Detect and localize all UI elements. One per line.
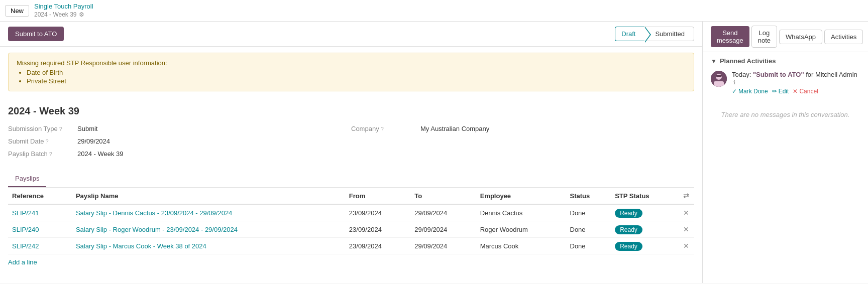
cell-employee: Roger Woodrum [476, 221, 566, 238]
checkmark-icon: ✓ [732, 88, 737, 95]
activity-title-row: Today: "Submit to ATO" for Mitchell Admi… [732, 71, 860, 86]
mark-done-action[interactable]: ✓ Mark Done [732, 88, 768, 95]
col-from: From [345, 188, 410, 204]
breadcrumb-main-link[interactable]: Single Touch Payroll [34, 3, 93, 11]
edit-label: Edit [779, 88, 789, 95]
warning-item-1: Date of Birth [27, 69, 686, 76]
avatar [711, 71, 727, 87]
activity-title-suffix: for Mitchell Admin [806, 71, 857, 78]
submit-ato-button[interactable]: Submit to ATO [8, 27, 64, 41]
svg-rect-2 [714, 81, 724, 87]
cell-payslip-name[interactable]: Salary Slip - Marcus Cook - Week 38 of 2… [72, 238, 345, 254]
svg-rect-5 [716, 75, 722, 77]
cell-reference[interactable]: SLIP/240 [8, 221, 72, 238]
activity-actions: ✓ Mark Done ✏ Edit ✕ Cancel [732, 88, 860, 95]
cell-to: 29/09/2024 [410, 221, 476, 238]
col-payslip-name: Payslip Name [72, 188, 345, 204]
payslip-batch-label: Payslip Batch ? [8, 150, 73, 158]
col-adjust: ⇄ [679, 188, 694, 204]
whatsapp-button[interactable]: WhatsApp [779, 30, 822, 44]
company-help-icon: ? [381, 126, 384, 132]
submit-date-value: 29/09/2024 [77, 137, 110, 145]
submit-date-row: Submit Date ? 29/09/2024 [8, 137, 351, 145]
col-stp-status: STP Status [611, 188, 679, 204]
payslip-batch-value: 2024 - Week 39 [77, 150, 124, 158]
payslip-batch-row: Payslip Batch ? 2024 - Week 39 [8, 150, 351, 158]
status-submitted-label: Submitted [655, 30, 685, 38]
cell-stp-status: Ready [611, 238, 679, 254]
submission-type-value: Submit [77, 125, 97, 132]
cancel-icon: ✕ [793, 88, 798, 95]
log-note-button[interactable]: Log note [751, 26, 777, 48]
table-row: SLIP/241 Salary Slip - Dennis Cactus - 2… [8, 204, 694, 221]
cell-stp-status: Ready [611, 221, 679, 238]
table-container: Reference Payslip Name From To Employee … [8, 188, 694, 270]
table-row: SLIP/240 Salary Slip - Roger Woodrum - 2… [8, 221, 694, 238]
cell-to: 29/09/2024 [410, 238, 476, 254]
submission-type-label: Submission Type ? [8, 125, 73, 132]
activity-item: Today: "Submit to ATO" for Mitchell Admi… [711, 71, 860, 95]
cell-reference[interactable]: SLIP/241 [8, 204, 72, 221]
send-message-button[interactable]: Send message [711, 26, 749, 47]
warning-box: Missing required STP Responsible user in… [8, 53, 694, 91]
status-submitted[interactable]: Submitted [644, 27, 694, 41]
cell-remove[interactable]: ✕ [679, 238, 694, 254]
add-line-link[interactable]: Add a line [8, 254, 37, 270]
status-pipeline: Draft Submitted [615, 27, 694, 41]
no-messages: There are no messages in this conversati… [711, 101, 860, 128]
form-fields: Submission Type ? Submit Submit Date ? 2… [8, 125, 694, 163]
action-bar: Submit to ATO Draft Submitted [0, 22, 702, 47]
activity-title-prefix: "Submit to ATO" [753, 71, 804, 78]
edit-icon: ✏ [772, 88, 777, 95]
status-draft[interactable]: Draft [615, 27, 644, 41]
payslip-batch-help-icon: ? [49, 151, 52, 157]
top-bar: New Single Touch Payroll 2024 - Week 39 … [0, 0, 868, 22]
col-employee: Employee [476, 188, 566, 204]
remove-icon[interactable]: ✕ [683, 225, 689, 233]
breadcrumb: Single Touch Payroll 2024 - Week 39 ⚙ [34, 3, 93, 19]
submission-type-row: Submission Type ? Submit [8, 125, 351, 132]
cell-from: 23/09/2024 [345, 221, 410, 238]
warning-title: Missing required STP Responsible user in… [17, 59, 167, 67]
company-label: Company ? [351, 125, 416, 132]
cell-remove[interactable]: ✕ [679, 204, 694, 221]
warning-item-2: Private Street [27, 77, 686, 85]
activity-content: Today: "Submit to ATO" for Mitchell Admi… [732, 71, 860, 95]
chatter-actions-bar: Send message Log note WhatsApp Activitie… [703, 22, 868, 52]
info-icon: ℹ [733, 79, 735, 85]
cell-status: Done [566, 238, 611, 254]
cell-employee: Marcus Cook [476, 238, 566, 254]
new-button[interactable]: New [5, 5, 29, 17]
col-to: To [410, 188, 476, 204]
company-value: My Australian Company [420, 125, 489, 132]
tabs-bar: Payslips [8, 171, 694, 188]
planned-activities-header: ▼ Planned Activities [711, 57, 860, 65]
tab-payslips[interactable]: Payslips [8, 171, 46, 187]
remove-icon[interactable]: ✕ [683, 242, 689, 250]
gear-icon[interactable]: ⚙ [79, 11, 84, 19]
cancel-label: Cancel [799, 88, 818, 95]
remove-icon[interactable]: ✕ [683, 209, 689, 217]
cell-payslip-name[interactable]: Salary Slip - Roger Woodrum - 23/09/2024… [72, 221, 345, 238]
submit-date-help-icon: ? [46, 138, 49, 145]
planned-activities-section: ▼ Planned Activities Today: [703, 52, 868, 133]
table-header-row: Reference Payslip Name From To Employee … [8, 188, 694, 204]
chevron-down-icon: ▼ [711, 58, 717, 65]
table-row: SLIP/242 Salary Slip - Marcus Cook - Wee… [8, 238, 694, 254]
cell-payslip-name[interactable]: Salary Slip - Dennis Cactus - 23/09/2024… [72, 204, 345, 221]
adjust-icon[interactable]: ⇄ [683, 192, 689, 200]
col-status: Status [566, 188, 611, 204]
cell-stp-status: Ready [611, 204, 679, 221]
edit-action[interactable]: ✏ Edit [772, 88, 789, 95]
planned-activities-title: Planned Activities [720, 57, 776, 65]
activity-date-label: Today: [732, 71, 751, 78]
cancel-action[interactable]: ✕ Cancel [793, 88, 818, 95]
cell-remove[interactable]: ✕ [679, 221, 694, 238]
cell-to: 29/09/2024 [410, 204, 476, 221]
breadcrumb-sub-text: 2024 - Week 39 [34, 11, 77, 19]
cell-status: Done [566, 221, 611, 238]
activities-button[interactable]: Activities [824, 30, 863, 44]
company-row: Company ? My Australian Company [351, 125, 694, 132]
cell-reference[interactable]: SLIP/242 [8, 238, 72, 254]
chatter-area: Send message Log note WhatsApp Activitie… [702, 22, 868, 283]
